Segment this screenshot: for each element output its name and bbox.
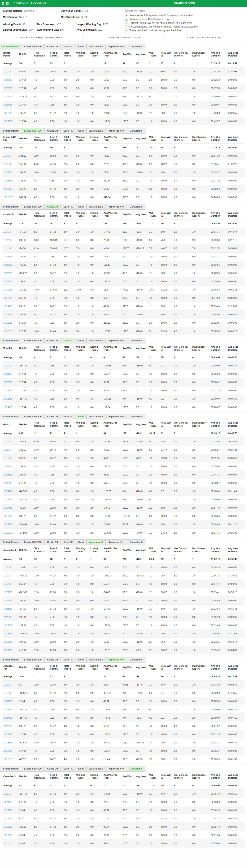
tab-canadian[interactable]: Canadian $ bbox=[127, 338, 145, 343]
tab-japanese-yen[interactable]: Japanese Yen bbox=[106, 539, 127, 545]
tab-canadian[interactable]: Canadian $ bbox=[127, 766, 145, 772]
tab-british-pound[interactable]: British Pound bbox=[0, 204, 21, 210]
date-link[interactable]: 10/14/16 bbox=[2, 814, 19, 823]
date-link[interactable]: 10/31/16 bbox=[2, 697, 19, 705]
tab-gold[interactable]: Gold bbox=[75, 204, 86, 210]
tab-crude-oil[interactable]: Crude Oil bbox=[44, 44, 61, 50]
tab-crude-oil[interactable]: Crude Oil bbox=[44, 128, 61, 134]
tab-japanese-yen[interactable]: Japanese Yen bbox=[106, 128, 127, 134]
date-link[interactable]: 10/17/16 bbox=[2, 806, 19, 814]
date-link[interactable]: 10/28/16 bbox=[2, 470, 19, 479]
date-link[interactable]: 10/31/16 bbox=[2, 462, 19, 470]
tab-crude-oil[interactable]: Crude Oil bbox=[44, 657, 61, 662]
date-link[interactable]: 10/18/16 bbox=[2, 395, 19, 403]
date-link[interactable]: 10/12/16 bbox=[2, 319, 19, 327]
tab-euro-fx[interactable]: Euro FX bbox=[60, 338, 76, 343]
date-link[interactable]: 10/12/16 bbox=[2, 831, 19, 839]
date-link[interactable]: 11/2/16 bbox=[2, 446, 19, 454]
date-link[interactable]: 10/12/16 bbox=[2, 747, 19, 755]
tab-crude-oil[interactable]: Crude Oil bbox=[44, 766, 61, 772]
date-link[interactable]: 10/11/16 bbox=[2, 755, 19, 763]
date-link[interactable]: 10/21/16 bbox=[2, 604, 19, 613]
tab-e-mini-s-p-500[interactable]: E-mini S&P 500 bbox=[21, 44, 44, 50]
date-link[interactable]: 11/2/16 bbox=[2, 362, 19, 370]
tab-gold[interactable]: Gold bbox=[75, 414, 86, 420]
date-link[interactable]: 10/19/16 bbox=[2, 285, 19, 294]
date-link[interactable]: 10/20/16 bbox=[2, 722, 19, 730]
date-link[interactable]: 10/27/16 bbox=[2, 588, 19, 596]
tab-british-pound[interactable]: British Pound bbox=[0, 414, 21, 420]
tab-crude-oil[interactable]: Crude Oil bbox=[44, 414, 61, 420]
tab-e-mini-s-p-500[interactable]: E-mini S&P 500 bbox=[21, 204, 44, 210]
tab-australian[interactable]: Australian $ bbox=[86, 128, 106, 134]
date-link[interactable]: 10/13/16 bbox=[2, 310, 19, 319]
date-link[interactable]: 10/24/16 bbox=[2, 277, 19, 285]
date-link[interactable]: 11/2/16 bbox=[2, 789, 19, 798]
date-link[interactable]: 10/26/16 bbox=[2, 177, 19, 185]
tab-australian[interactable]: Australian $ bbox=[86, 414, 106, 420]
date-link[interactable]: 11/2/16 bbox=[2, 236, 19, 244]
tab-euro-fx[interactable]: Euro FX bbox=[60, 414, 76, 420]
tab-gold[interactable]: Gold bbox=[75, 539, 86, 545]
tab-british-pound[interactable]: British Pound bbox=[0, 539, 21, 545]
date-link[interactable]: 11/1/16 bbox=[2, 689, 19, 697]
tab-gold[interactable]: Gold bbox=[75, 44, 86, 50]
date-link[interactable]: 10/17/16 bbox=[2, 117, 19, 125]
tab-canadian[interactable]: Canadian $ bbox=[127, 414, 145, 420]
date-link[interactable]: 10/24/16 bbox=[2, 100, 19, 109]
tab-japanese-yen[interactable]: Japanese Yen bbox=[106, 44, 127, 50]
date-link[interactable]: 11/1/16 bbox=[2, 67, 19, 76]
tab-euro-fx[interactable]: Euro FX bbox=[60, 766, 76, 772]
date-link[interactable]: 10/13/16 bbox=[2, 512, 19, 520]
tab-british-pound[interactable]: British Pound bbox=[0, 766, 21, 772]
date-link[interactable]: 11/2/16 bbox=[2, 571, 19, 580]
date-link[interactable]: 10/18/16 bbox=[2, 629, 19, 638]
date-link[interactable]: 10/14/16 bbox=[2, 302, 19, 310]
tab-e-mini-s-p-500[interactable]: E-mini S&P 500 bbox=[21, 414, 44, 420]
tab-australian[interactable]: Australian $ bbox=[86, 44, 106, 50]
tab-canadian[interactable]: Canadian $ bbox=[127, 128, 145, 134]
tab-crude-oil[interactable]: Crude Oil bbox=[44, 539, 61, 545]
date-link[interactable]: 10/24/16 bbox=[2, 487, 19, 495]
date-link[interactable]: 10/19/16 bbox=[2, 185, 19, 193]
date-link[interactable]: 11/3/16 bbox=[2, 227, 19, 236]
date-link[interactable]: 10/13/16 bbox=[2, 823, 19, 831]
date-link[interactable]: 10/18/16 bbox=[2, 495, 19, 504]
date-link[interactable]: 10/14/16 bbox=[2, 504, 19, 512]
tab-british-pound[interactable]: British Pound bbox=[0, 128, 21, 134]
tab-gold[interactable]: Gold bbox=[75, 338, 86, 343]
date-link[interactable]: 10/27/16 bbox=[2, 168, 19, 177]
date-link[interactable]: 10/31/16 bbox=[2, 370, 19, 378]
date-link[interactable]: 10/28/16 bbox=[2, 261, 19, 269]
date-link[interactable]: 10/21/16 bbox=[2, 798, 19, 806]
tab-british-pound[interactable]: British Pound bbox=[0, 338, 21, 343]
date-link[interactable]: 10/26/16 bbox=[2, 84, 19, 92]
date-link[interactable]: 10/18/16 bbox=[2, 294, 19, 302]
tab-japanese-yen[interactable]: Japanese Yen bbox=[106, 414, 127, 420]
tab-gold[interactable]: Gold bbox=[75, 128, 86, 134]
tab-japanese-yen[interactable]: Japanese Yen bbox=[106, 204, 127, 210]
tab-british-pound[interactable]: British Pound bbox=[0, 657, 21, 662]
tab-gold[interactable]: Gold bbox=[75, 657, 86, 662]
date-link[interactable]: 10/20/16 bbox=[2, 613, 19, 621]
date-link[interactable]: 10/11/16 bbox=[2, 839, 19, 847]
tab-crude-oil[interactable]: Crude Oil bbox=[44, 204, 61, 210]
tab-e-mini-s-p-500[interactable]: E-mini S&P 500 bbox=[21, 539, 44, 545]
tab-australian[interactable]: Australian $ bbox=[86, 657, 106, 662]
date-link[interactable]: 10/11/16 bbox=[2, 327, 19, 335]
date-link[interactable]: 11/3/16 bbox=[2, 152, 19, 160]
tab-canadian[interactable]: Canadian $ bbox=[127, 539, 145, 545]
tab-british-pound[interactable]: British Pound bbox=[0, 44, 21, 50]
date-link[interactable]: 10/27/16 bbox=[2, 705, 19, 714]
date-link[interactable]: 11/2/16 bbox=[2, 160, 19, 168]
tab-euro-fx[interactable]: Euro FX bbox=[60, 204, 76, 210]
tab-canadian[interactable]: Canadian $ bbox=[127, 44, 145, 50]
tab-japanese-yen[interactable]: Japanese Yen bbox=[106, 657, 127, 662]
date-link[interactable]: 11/3/16 bbox=[2, 563, 19, 571]
tab-euro-fx[interactable]: Euro FX bbox=[60, 128, 76, 134]
date-link[interactable]: 10/19/16 bbox=[2, 386, 19, 395]
date-link[interactable]: 10/18/16 bbox=[2, 109, 19, 117]
date-link[interactable]: 10/12/16 bbox=[2, 520, 19, 528]
date-link[interactable]: 10/24/16 bbox=[2, 714, 19, 722]
tab-australian[interactable]: Australian $ bbox=[86, 766, 106, 772]
